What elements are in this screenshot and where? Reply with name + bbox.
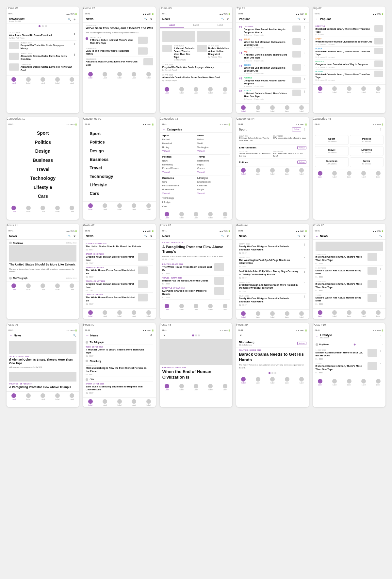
tab-home[interactable] [88,310,93,315]
tab-saved[interactable] [285,105,289,110]
tab-search[interactable] [332,379,337,383]
more-icon[interactable]: ⋮ [302,128,306,131]
more-icon[interactable]: ⋮ [302,270,306,274]
tab-profile[interactable] [70,77,74,82]
more-icon[interactable]: ⋮ [302,64,306,68]
tab-home[interactable] [318,379,322,383]
tab-home[interactable] [165,304,169,308]
cat-news[interactable]: News 81 articles [350,157,384,167]
more-icon[interactable]: ⋮ [302,90,306,94]
more-icon[interactable]: ⋮ [379,253,383,257]
search-icon[interactable]: 🔍 [297,234,301,238]
tab-search[interactable] [179,212,184,216]
settings-icon[interactable]: ⚙ [149,333,153,337]
category-cars[interactable]: Cars [90,189,149,198]
tab-search[interactable] [103,399,107,404]
tab-profile[interactable] [146,72,151,77]
tab-profile[interactable] [299,311,304,316]
tab-profile[interactable] [223,384,227,388]
tab-home[interactable] [241,168,246,173]
tab-saved[interactable] [361,310,366,315]
tab-profile[interactable] [223,304,227,308]
tab-profile[interactable] [70,206,74,210]
tab-profile[interactable] [376,171,381,176]
more-icon[interactable]: ⋮ [302,243,306,247]
category-sport[interactable]: Sport [90,129,149,138]
tab-saved[interactable] [132,72,136,77]
tab-profile[interactable] [70,283,74,288]
tab-home[interactable] [11,393,16,398]
tab-saved[interactable] [55,77,60,82]
settings-icon[interactable]: ⚙ [226,17,230,21]
tab-saved[interactable] [361,86,366,91]
category-technology[interactable]: Technology [9,174,76,183]
category-lifestyle[interactable]: Lifestyle [9,183,76,192]
tab-profile[interactable] [299,168,304,173]
tab-cat[interactable] [117,399,122,404]
more-icon[interactable]: ⋮ [302,77,306,81]
tab-profile[interactable] [70,393,74,398]
more-icon[interactable]: ⋮ [226,333,230,337]
tab-home[interactable] [241,311,246,316]
follow-button[interactable]: Follow [297,342,306,345]
tab-search[interactable] [179,304,184,308]
more-icon[interactable]: ⋮ [149,383,153,387]
more-icon[interactable]: ⋮ [149,47,153,51]
cat-sport[interactable]: Sport 127 articles [315,135,349,145]
tab-cat[interactable] [270,377,275,382]
more-icon[interactable]: ⋮ [302,281,306,285]
tab-home[interactable] [88,399,93,404]
tab-home[interactable] [88,72,93,77]
more-icon[interactable]: ⋮ [379,128,383,131]
settings-icon[interactable]: ⚙ [73,18,76,22]
tab-home[interactable] [318,310,322,315]
tab-home[interactable] [318,86,322,91]
search-icon[interactable]: 🔍 [297,17,301,21]
tab-search[interactable] [26,283,31,288]
more-icon[interactable]: ⋮ [302,295,306,298]
category-travel[interactable]: Travel [9,165,76,174]
tab-home[interactable] [318,171,322,176]
tab-home[interactable] [241,105,246,110]
close-icon[interactable]: ✕ [239,333,243,337]
tab-search[interactable] [26,77,31,82]
category-business[interactable]: Business [9,156,76,165]
more-icon[interactable]: ⋮ [149,266,153,270]
follow-button[interactable]: Follow [292,128,301,131]
tab-saved[interactable] [55,393,60,398]
more-icon[interactable]: ⋮ [149,364,153,368]
tab-search[interactable] [179,384,184,388]
tab-search[interactable] [103,310,107,315]
search-icon[interactable]: 🔍 [144,17,148,21]
tab-saved[interactable] [285,377,289,382]
more-icon[interactable]: ⋮ [379,294,383,298]
settings-icon[interactable]: ⚙ [302,234,306,238]
more-icon[interactable]: ⋮ [226,287,230,291]
more-icon[interactable]: ⋮ [379,362,383,366]
more-icon[interactable]: ⋮ [149,253,153,257]
more-icon[interactable]: ⋮ [302,51,306,55]
tab-cat[interactable] [117,310,122,315]
tab-label2[interactable]: Label [184,23,208,28]
category-cars[interactable]: Cars [9,192,76,201]
category-lifestyle[interactable]: Lifestyle [90,181,149,189]
tab-cat[interactable] [270,105,275,110]
search-icon[interactable]: 🔍 [379,234,383,238]
tab-cat[interactable] [117,72,122,77]
tab-profile[interactable] [223,212,227,216]
more-icon[interactable]: ⋮ [149,37,153,41]
more-icon[interactable]: ⋮ [149,280,153,284]
tab-cat[interactable] [347,310,351,315]
tab-search[interactable] [179,87,184,92]
tab-label3[interactable]: Label [208,23,232,28]
settings-icon[interactable]: ⚙ [226,234,230,238]
category-politics[interactable]: Politics [9,138,76,147]
tab-search[interactable] [103,203,107,208]
cat-travel[interactable]: Travel 127 articles [315,146,349,156]
more-icon[interactable]: ⋮ [73,42,76,46]
back-arrow[interactable]: ← [86,333,89,337]
settings-icon[interactable]: ⚙ [73,234,76,238]
close-icon[interactable]: ✕ [162,333,166,337]
tab-search[interactable] [256,105,260,110]
add-button[interactable]: + [353,342,356,347]
